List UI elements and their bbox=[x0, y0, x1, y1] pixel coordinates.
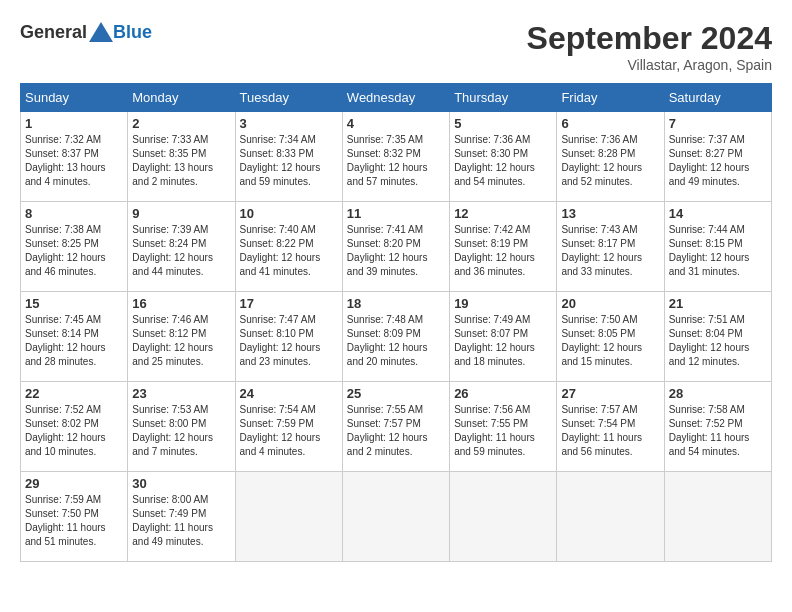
page-header: General Blue September 2024 Villastar, A… bbox=[20, 20, 772, 73]
week-row-3: 15Sunrise: 7:45 AMSunset: 8:14 PMDayligh… bbox=[21, 292, 772, 382]
day-number: 17 bbox=[240, 296, 338, 311]
calendar-cell: 13Sunrise: 7:43 AMSunset: 8:17 PMDayligh… bbox=[557, 202, 664, 292]
day-info: Sunrise: 7:58 AMSunset: 7:52 PMDaylight:… bbox=[669, 403, 767, 459]
logo-general: General bbox=[20, 22, 87, 43]
day-info: Sunrise: 7:35 AMSunset: 8:32 PMDaylight:… bbox=[347, 133, 445, 189]
day-number: 25 bbox=[347, 386, 445, 401]
day-info: Sunrise: 7:52 AMSunset: 8:02 PMDaylight:… bbox=[25, 403, 123, 459]
calendar-cell: 30Sunrise: 8:00 AMSunset: 7:49 PMDayligh… bbox=[128, 472, 235, 562]
day-number: 5 bbox=[454, 116, 552, 131]
calendar-cell: 7Sunrise: 7:37 AMSunset: 8:27 PMDaylight… bbox=[664, 112, 771, 202]
day-number: 19 bbox=[454, 296, 552, 311]
calendar-cell: 10Sunrise: 7:40 AMSunset: 8:22 PMDayligh… bbox=[235, 202, 342, 292]
day-info: Sunrise: 7:37 AMSunset: 8:27 PMDaylight:… bbox=[669, 133, 767, 189]
day-info: Sunrise: 7:44 AMSunset: 8:15 PMDaylight:… bbox=[669, 223, 767, 279]
header-saturday: Saturday bbox=[664, 84, 771, 112]
calendar-cell: 18Sunrise: 7:48 AMSunset: 8:09 PMDayligh… bbox=[342, 292, 449, 382]
day-number: 2 bbox=[132, 116, 230, 131]
calendar-cell: 6Sunrise: 7:36 AMSunset: 8:28 PMDaylight… bbox=[557, 112, 664, 202]
day-info: Sunrise: 7:47 AMSunset: 8:10 PMDaylight:… bbox=[240, 313, 338, 369]
day-info: Sunrise: 7:56 AMSunset: 7:55 PMDaylight:… bbox=[454, 403, 552, 459]
calendar-cell: 5Sunrise: 7:36 AMSunset: 8:30 PMDaylight… bbox=[450, 112, 557, 202]
header-friday: Friday bbox=[557, 84, 664, 112]
day-number: 20 bbox=[561, 296, 659, 311]
day-info: Sunrise: 7:41 AMSunset: 8:20 PMDaylight:… bbox=[347, 223, 445, 279]
day-number: 10 bbox=[240, 206, 338, 221]
calendar-cell: 3Sunrise: 7:34 AMSunset: 8:33 PMDaylight… bbox=[235, 112, 342, 202]
day-info: Sunrise: 7:33 AMSunset: 8:35 PMDaylight:… bbox=[132, 133, 230, 189]
location: Villastar, Aragon, Spain bbox=[527, 57, 772, 73]
calendar-cell bbox=[450, 472, 557, 562]
day-number: 9 bbox=[132, 206, 230, 221]
header-tuesday: Tuesday bbox=[235, 84, 342, 112]
calendar-cell bbox=[235, 472, 342, 562]
day-number: 23 bbox=[132, 386, 230, 401]
logo-icon bbox=[89, 20, 113, 44]
day-info: Sunrise: 7:42 AMSunset: 8:19 PMDaylight:… bbox=[454, 223, 552, 279]
day-number: 18 bbox=[347, 296, 445, 311]
day-number: 15 bbox=[25, 296, 123, 311]
day-info: Sunrise: 7:34 AMSunset: 8:33 PMDaylight:… bbox=[240, 133, 338, 189]
calendar-cell: 27Sunrise: 7:57 AMSunset: 7:54 PMDayligh… bbox=[557, 382, 664, 472]
calendar-cell: 4Sunrise: 7:35 AMSunset: 8:32 PMDaylight… bbox=[342, 112, 449, 202]
month-title: September 2024 bbox=[527, 20, 772, 57]
header-wednesday: Wednesday bbox=[342, 84, 449, 112]
day-number: 16 bbox=[132, 296, 230, 311]
day-number: 28 bbox=[669, 386, 767, 401]
day-info: Sunrise: 7:38 AMSunset: 8:25 PMDaylight:… bbox=[25, 223, 123, 279]
header-sunday: Sunday bbox=[21, 84, 128, 112]
day-info: Sunrise: 7:36 AMSunset: 8:30 PMDaylight:… bbox=[454, 133, 552, 189]
calendar-cell: 29Sunrise: 7:59 AMSunset: 7:50 PMDayligh… bbox=[21, 472, 128, 562]
calendar-cell: 19Sunrise: 7:49 AMSunset: 8:07 PMDayligh… bbox=[450, 292, 557, 382]
calendar-cell: 1Sunrise: 7:32 AMSunset: 8:37 PMDaylight… bbox=[21, 112, 128, 202]
day-number: 12 bbox=[454, 206, 552, 221]
day-info: Sunrise: 7:59 AMSunset: 7:50 PMDaylight:… bbox=[25, 493, 123, 549]
days-header-row: Sunday Monday Tuesday Wednesday Thursday… bbox=[21, 84, 772, 112]
logo: General Blue bbox=[20, 20, 152, 44]
day-info: Sunrise: 7:57 AMSunset: 7:54 PMDaylight:… bbox=[561, 403, 659, 459]
calendar-cell: 8Sunrise: 7:38 AMSunset: 8:25 PMDaylight… bbox=[21, 202, 128, 292]
header-monday: Monday bbox=[128, 84, 235, 112]
week-row-2: 8Sunrise: 7:38 AMSunset: 8:25 PMDaylight… bbox=[21, 202, 772, 292]
day-info: Sunrise: 7:39 AMSunset: 8:24 PMDaylight:… bbox=[132, 223, 230, 279]
day-info: Sunrise: 7:36 AMSunset: 8:28 PMDaylight:… bbox=[561, 133, 659, 189]
week-row-4: 22Sunrise: 7:52 AMSunset: 8:02 PMDayligh… bbox=[21, 382, 772, 472]
calendar-cell bbox=[664, 472, 771, 562]
calendar-cell: 11Sunrise: 7:41 AMSunset: 8:20 PMDayligh… bbox=[342, 202, 449, 292]
day-number: 8 bbox=[25, 206, 123, 221]
day-info: Sunrise: 8:00 AMSunset: 7:49 PMDaylight:… bbox=[132, 493, 230, 549]
day-number: 21 bbox=[669, 296, 767, 311]
day-number: 3 bbox=[240, 116, 338, 131]
day-info: Sunrise: 7:43 AMSunset: 8:17 PMDaylight:… bbox=[561, 223, 659, 279]
day-number: 22 bbox=[25, 386, 123, 401]
day-info: Sunrise: 7:45 AMSunset: 8:14 PMDaylight:… bbox=[25, 313, 123, 369]
header-thursday: Thursday bbox=[450, 84, 557, 112]
day-number: 1 bbox=[25, 116, 123, 131]
day-number: 11 bbox=[347, 206, 445, 221]
day-number: 13 bbox=[561, 206, 659, 221]
logo-blue: Blue bbox=[113, 22, 152, 43]
calendar-cell: 20Sunrise: 7:50 AMSunset: 8:05 PMDayligh… bbox=[557, 292, 664, 382]
day-number: 26 bbox=[454, 386, 552, 401]
calendar-cell: 25Sunrise: 7:55 AMSunset: 7:57 PMDayligh… bbox=[342, 382, 449, 472]
day-info: Sunrise: 7:40 AMSunset: 8:22 PMDaylight:… bbox=[240, 223, 338, 279]
day-info: Sunrise: 7:46 AMSunset: 8:12 PMDaylight:… bbox=[132, 313, 230, 369]
week-row-5: 29Sunrise: 7:59 AMSunset: 7:50 PMDayligh… bbox=[21, 472, 772, 562]
calendar-cell: 14Sunrise: 7:44 AMSunset: 8:15 PMDayligh… bbox=[664, 202, 771, 292]
calendar-cell: 24Sunrise: 7:54 AMSunset: 7:59 PMDayligh… bbox=[235, 382, 342, 472]
svg-marker-0 bbox=[89, 22, 113, 42]
calendar-cell: 21Sunrise: 7:51 AMSunset: 8:04 PMDayligh… bbox=[664, 292, 771, 382]
week-row-1: 1Sunrise: 7:32 AMSunset: 8:37 PMDaylight… bbox=[21, 112, 772, 202]
calendar-cell: 16Sunrise: 7:46 AMSunset: 8:12 PMDayligh… bbox=[128, 292, 235, 382]
calendar-cell: 15Sunrise: 7:45 AMSunset: 8:14 PMDayligh… bbox=[21, 292, 128, 382]
calendar-table: Sunday Monday Tuesday Wednesday Thursday… bbox=[20, 83, 772, 562]
day-number: 4 bbox=[347, 116, 445, 131]
day-info: Sunrise: 7:49 AMSunset: 8:07 PMDaylight:… bbox=[454, 313, 552, 369]
day-number: 7 bbox=[669, 116, 767, 131]
day-info: Sunrise: 7:51 AMSunset: 8:04 PMDaylight:… bbox=[669, 313, 767, 369]
day-info: Sunrise: 7:48 AMSunset: 8:09 PMDaylight:… bbox=[347, 313, 445, 369]
day-number: 27 bbox=[561, 386, 659, 401]
calendar-cell bbox=[342, 472, 449, 562]
calendar-cell: 26Sunrise: 7:56 AMSunset: 7:55 PMDayligh… bbox=[450, 382, 557, 472]
calendar-cell: 22Sunrise: 7:52 AMSunset: 8:02 PMDayligh… bbox=[21, 382, 128, 472]
